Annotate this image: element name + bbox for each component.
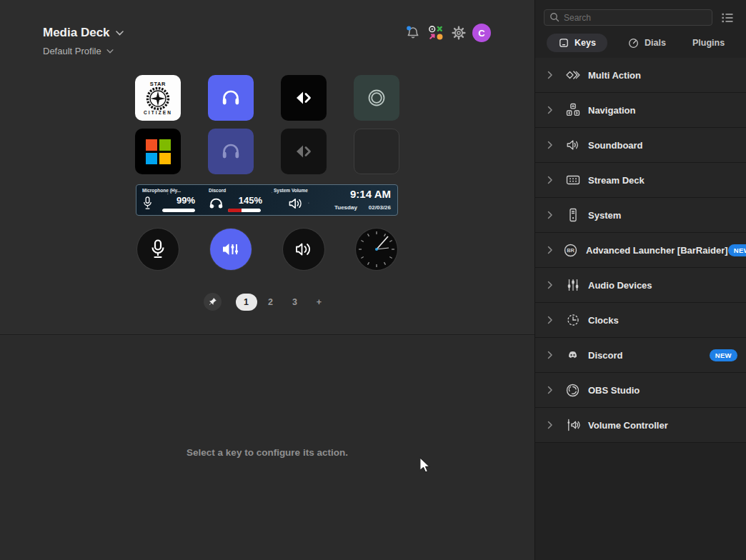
device-selector[interactable]: Media Deck (43, 26, 124, 40)
multi-action-icon (565, 68, 580, 82)
search-input[interactable] (544, 9, 712, 26)
lcd-date: 02/03/26 (369, 204, 391, 211)
sidebar-item-barraider[interactable]: BRAdvanced Launcher [BarRaider]NEW (535, 233, 746, 268)
search-box (544, 9, 712, 26)
main-area: Media Deck Default Profile (0, 0, 534, 560)
empty-state-hint: Select a key to configure its action. (0, 447, 534, 458)
sidebar-item-navigation[interactable]: Navigation (535, 93, 746, 128)
lcd-mic-value: 99% (159, 195, 195, 206)
key-record[interactable] (354, 75, 399, 121)
lcd-discord-bar (228, 209, 261, 212)
sidebar-item-audio-devices[interactable]: Audio Devices (535, 268, 746, 303)
chevron-right-icon (547, 211, 555, 219)
dial-icon (627, 37, 640, 49)
headphones-icon (219, 86, 243, 110)
sidebar-item-stream-deck[interactable]: Stream Deck (535, 163, 746, 198)
lcd-discord-section[interactable]: Discord 145% (202, 185, 268, 215)
soundboard-icon (565, 138, 580, 152)
key-microsoft[interactable] (135, 129, 181, 174)
page-button-2[interactable]: 2 (260, 294, 282, 311)
key-empty[interactable] (354, 129, 399, 174)
chevron-right-icon (547, 141, 555, 149)
page-selector: 1 2 3 + (0, 293, 534, 311)
lcd-microphone-section[interactable]: Microphone (Hy... 99% (136, 185, 202, 215)
svg-text:BR: BR (567, 247, 575, 254)
audio-devices-icon (565, 278, 580, 292)
key-star-citizen[interactable]: STAR CITIZEN (135, 75, 181, 121)
chevron-right-icon (547, 386, 555, 394)
page-button-1[interactable]: 1 (236, 294, 257, 311)
key-icon (558, 37, 570, 49)
lcd-system-label: System Volume (274, 188, 308, 193)
chevron-right-icon (547, 176, 555, 184)
tab-keys-label: Keys (575, 38, 596, 48)
lcd-mic-label: Microphone (Hy... (142, 188, 181, 193)
sidebar-item-system[interactable]: System (535, 198, 746, 233)
tab-keys[interactable]: Keys (547, 34, 607, 52)
chevron-right-icon (547, 281, 555, 289)
sidebar-item-volume-controller[interactable]: Volume Controller (535, 408, 746, 443)
device-title: Media Deck (43, 26, 110, 40)
sidebar-item-label: Multi Action (588, 70, 641, 81)
navigation-icon (565, 103, 580, 117)
chevron-right-icon (547, 71, 555, 79)
list-view-button[interactable] (720, 11, 735, 25)
key-discord-voice-settings-dim[interactable] (208, 129, 254, 174)
avatar[interactable]: C (472, 24, 491, 42)
speaker-icon (288, 196, 305, 211)
lcd-mic-bar (162, 209, 195, 212)
profile-selector[interactable]: Default Profile (43, 46, 114, 56)
dial-clock[interactable] (356, 229, 397, 270)
lcd-system-volume-section[interactable]: System Volume (268, 185, 334, 215)
lcd-mic-bar-fill (162, 209, 195, 212)
marketplace-icon (428, 25, 444, 41)
sidebar-item-soundboard[interactable]: Soundboard (535, 128, 746, 163)
microsoft-logo-icon (146, 139, 171, 164)
key-discord-voice-settings[interactable] (208, 75, 254, 121)
page-button-3[interactable]: 3 (284, 294, 306, 311)
sidebar-item-label: Advanced Launcher [BarRaider] (586, 245, 728, 256)
lcd-touch-strip[interactable]: Microphone (Hy... 99% Discord (136, 184, 398, 216)
sidebar-item-discord[interactable]: DiscordNEW (535, 338, 746, 373)
lcd-day: Tuesday (334, 204, 357, 211)
record-circle-icon (364, 85, 389, 111)
lcd-discord-label: Discord (209, 188, 226, 193)
speaker-mixer-icon (219, 238, 242, 261)
sidebar-item-clocks[interactable]: Clocks (535, 303, 746, 338)
key-volume-dim[interactable] (281, 129, 327, 174)
deck-canvas: Media Deck Default Profile (0, 0, 534, 335)
marketplace-button[interactable] (428, 25, 444, 41)
pin-page-button[interactable] (204, 293, 222, 311)
microphone-icon (142, 196, 153, 211)
tab-plugins[interactable]: Plugins (692, 34, 725, 52)
star-citizen-bottom-text: CITIZEN (144, 110, 172, 115)
dial-microphone[interactable] (137, 229, 179, 270)
dial-discord-volume[interactable] (210, 229, 252, 270)
chevron-right-icon (547, 246, 553, 254)
tab-dials[interactable]: Dials (627, 34, 666, 52)
headphones-icon (219, 139, 243, 164)
key-volume[interactable] (281, 75, 327, 121)
add-page-button[interactable]: + (309, 294, 330, 311)
sidebar-item-label: Clocks (588, 315, 619, 326)
chevron-right-icon (547, 316, 555, 324)
profile-name: Default Profile (43, 46, 101, 56)
notifications-button[interactable] (405, 25, 421, 41)
analog-clock-icon (356, 229, 397, 270)
lcd-discord-bar-red (228, 209, 242, 212)
sidebar-item-label: System (588, 210, 621, 221)
dial-system-volume[interactable] (283, 229, 324, 270)
lcd-time: 9:14 AM (350, 188, 391, 200)
sidebar-item-label: Volume Controller (588, 420, 668, 431)
sidebar-item-obs[interactable]: OBS Studio (535, 373, 746, 408)
sidebar-item-multi-action[interactable]: Multi Action (535, 58, 746, 93)
volume-controller-icon (565, 418, 580, 432)
system-icon (565, 208, 580, 222)
settings-button[interactable] (451, 25, 467, 41)
discord-icon (565, 349, 580, 361)
clocks-icon (565, 313, 580, 327)
chevron-down-icon (106, 49, 114, 54)
lcd-clock-section[interactable]: 9:14 AM Tuesday 02/03/26 (334, 185, 399, 215)
new-badge: NEW (710, 349, 737, 361)
new-badge: NEW (728, 244, 746, 256)
